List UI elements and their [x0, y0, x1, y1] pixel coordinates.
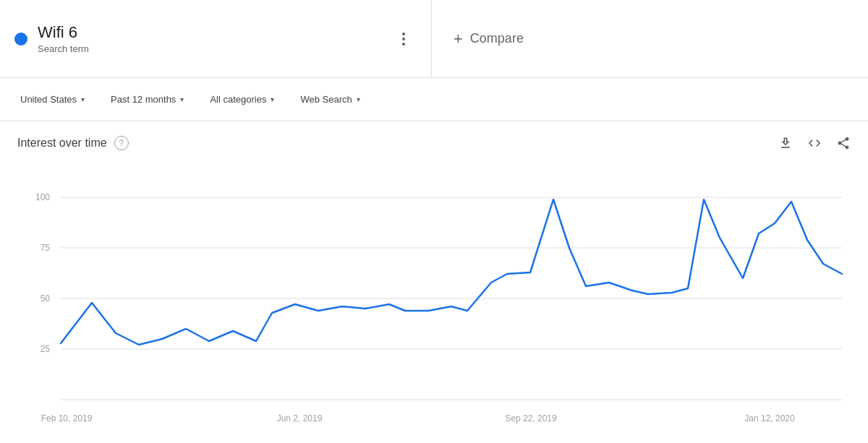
chart-title: Interest over time [17, 137, 107, 150]
svg-text:Jan 12, 2020: Jan 12, 2020 [744, 413, 795, 423]
chevron-down-icon: ▾ [81, 95, 85, 103]
region-filter[interactable]: United States ▾ [14, 90, 90, 109]
compare-label: Compare [470, 31, 524, 46]
svg-text:75: 75 [41, 243, 51, 253]
chart-header: Interest over time ? [17, 136, 851, 150]
chart-container: 100 75 50 25 Feb 10, 2019 Jun 2, 2019 Se… [17, 158, 851, 443]
compare-button[interactable]: + Compare [432, 0, 868, 77]
download-button[interactable] [778, 136, 793, 150]
categories-label: All categories [210, 94, 266, 105]
search-term-text: Wifi 6 Search term [38, 23, 89, 55]
chart-section: Interest over time ? [0, 121, 868, 443]
chart-title-row: Interest over time ? [17, 136, 129, 150]
search-term-dot [14, 33, 27, 46]
svg-text:50: 50 [41, 293, 51, 304]
search-term-subtitle: Search term [38, 43, 89, 54]
svg-text:100: 100 [35, 192, 50, 202]
search-type-label: Web Search [300, 94, 352, 105]
chevron-down-icon: ▾ [271, 95, 274, 103]
chart-actions [778, 136, 851, 150]
search-term-panel: Wifi 6 Search term [0, 0, 432, 77]
plus-icon: + [454, 30, 463, 48]
embed-button[interactable] [807, 136, 822, 150]
header: Wifi 6 Search term + Compare [0, 0, 868, 78]
svg-text:Sep 22, 2019: Sep 22, 2019 [505, 413, 557, 423]
period-filter[interactable]: Past 12 months ▾ [105, 90, 190, 109]
svg-text:Jun 2, 2019: Jun 2, 2019 [277, 413, 323, 423]
period-label: Past 12 months [111, 94, 176, 105]
interest-over-time-chart: 100 75 50 25 Feb 10, 2019 Jun 2, 2019 Se… [17, 158, 851, 443]
trend-line [61, 199, 842, 345]
chevron-down-icon: ▾ [180, 95, 184, 103]
filters-bar: United States ▾ Past 12 months ▾ All cat… [0, 78, 868, 121]
help-icon[interactable]: ? [114, 136, 129, 150]
more-options-button[interactable] [391, 26, 417, 52]
categories-filter[interactable]: All categories ▾ [204, 90, 280, 109]
search-term-title: Wifi 6 [38, 23, 89, 42]
region-label: United States [20, 94, 77, 105]
share-button[interactable] [836, 136, 851, 150]
search-type-filter[interactable]: Web Search ▾ [294, 90, 365, 109]
svg-text:Feb 10, 2019: Feb 10, 2019 [41, 413, 93, 423]
chevron-down-icon: ▾ [357, 95, 360, 103]
svg-text:25: 25 [41, 344, 51, 354]
